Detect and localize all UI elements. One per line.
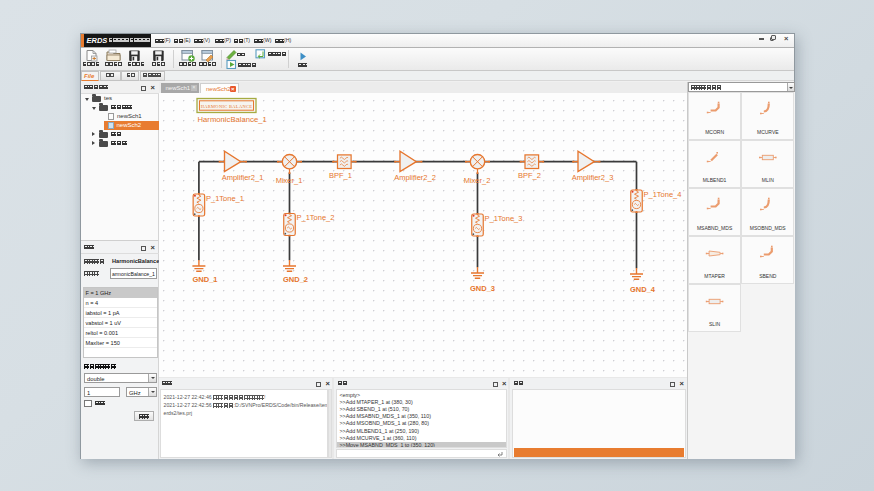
svg-text:Amplifier2_3: Amplifier2_3 [571, 173, 613, 182]
svg-text:GND_3: GND_3 [470, 283, 495, 292]
svg-text:P_1Tone_1: P_1Tone_1 [206, 193, 244, 202]
svg-text:Mixer_2: Mixer_2 [463, 176, 490, 185]
svg-text:Mixer_1: Mixer_1 [275, 176, 302, 185]
svg-text:GND_1: GND_1 [192, 275, 217, 284]
svg-text:P_1Tone_4: P_1Tone_4 [643, 189, 681, 198]
svg-text:P_1Tone_3: P_1Tone_3 [484, 213, 522, 222]
svg-text:BPF_1: BPF_1 [329, 170, 352, 179]
svg-text:P_1Tone_2: P_1Tone_2 [296, 213, 334, 222]
svg-text:BPF_2: BPF_2 [518, 170, 541, 179]
svg-text:HARMONIC BALANCE: HARMONIC BALANCE [200, 104, 252, 109]
svg-text:Amplifier2_1: Amplifier2_1 [221, 173, 263, 182]
svg-text:HarmonicBalance_1: HarmonicBalance_1 [197, 114, 266, 123]
svg-text:Amplifier2_2: Amplifier2_2 [394, 173, 436, 182]
svg-text:GND_4: GND_4 [630, 285, 656, 294]
svg-text:GND_2: GND_2 [283, 275, 308, 284]
